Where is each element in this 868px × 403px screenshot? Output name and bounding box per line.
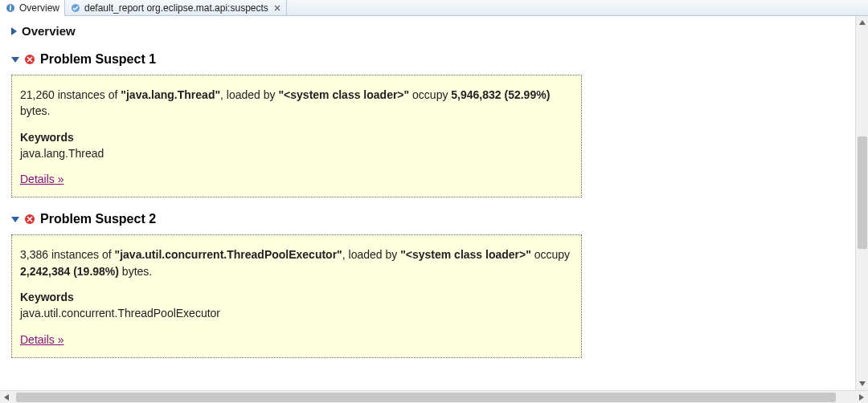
- suspect-1-keywords-label: Keywords: [20, 129, 573, 145]
- overview-section-header[interactable]: Overview: [11, 24, 849, 38]
- suspect-1-title: Problem Suspect 1: [40, 52, 156, 67]
- suspect-1-mid: , loaded by: [220, 88, 278, 101]
- suspect-2-loader: "<system class loader>": [400, 248, 531, 261]
- suspect-1-body: 21,260 instances of "java.lang.Thread", …: [20, 87, 573, 120]
- svg-rect-1: [10, 7, 11, 10]
- chevron-right-icon: [11, 27, 17, 35]
- suspect-1-suffix: bytes.: [20, 104, 50, 117]
- report-icon: [70, 2, 81, 14]
- horizontal-scroll-thumb[interactable]: [16, 393, 836, 402]
- suspect-2-class: "java.util.concurrent.ThreadPoolExecutor…: [115, 248, 342, 261]
- svg-rect-2: [10, 5, 11, 6]
- suspect-2-after: occupy: [531, 248, 570, 261]
- suspect-2-prefix: 3,386 instances of: [20, 248, 115, 261]
- suspect-2-details-link[interactable]: Details »: [20, 333, 63, 346]
- tab-report-label: default_report org.eclipse.mat.api:suspe…: [84, 2, 268, 14]
- suspect-1-header[interactable]: Problem Suspect 1: [11, 52, 849, 67]
- tab-bar: Overview default_report org.eclipse.mat.…: [0, 0, 868, 16]
- suspect-2-body: 3,386 instances of "java.util.concurrent…: [20, 246, 573, 279]
- chevron-down-icon: [11, 217, 19, 222]
- vertical-scrollbar[interactable]: [855, 16, 868, 390]
- suspect-1-details-link[interactable]: Details »: [20, 173, 63, 185]
- scroll-down-icon[interactable]: [856, 377, 868, 390]
- suspect-2-header[interactable]: Problem Suspect 2: [11, 212, 849, 226]
- info-icon: [5, 2, 16, 14]
- suspect-2-box: 3,386 instances of "java.util.concurrent…: [11, 234, 582, 357]
- suspect-2-title: Problem Suspect 2: [40, 212, 156, 226]
- tab-overview-label: Overview: [19, 2, 59, 14]
- horizontal-scrollbar[interactable]: [0, 390, 868, 403]
- suspect-1-class: "java.lang.Thread": [121, 88, 220, 101]
- scroll-right-icon[interactable]: [855, 391, 868, 403]
- tab-report[interactable]: default_report org.eclipse.mat.api:suspe…: [65, 0, 287, 15]
- suspect-1-after: occupy: [409, 88, 451, 101]
- error-icon: [24, 214, 35, 225]
- suspect-2-mid: , loaded by: [342, 248, 400, 261]
- suspect-2-keywords-value: java.util.concurrent.ThreadPoolExecutor: [20, 305, 573, 321]
- scroll-up-icon[interactable]: [856, 16, 868, 29]
- content-area: Overview Problem Suspect 1 21,260 instan…: [0, 16, 855, 390]
- suspect-2-bytes: 2,242,384 (19.98%): [20, 265, 119, 278]
- suspect-1-bytes: 5,946,832 (52.99%): [451, 88, 550, 101]
- suspect-1-prefix: 21,260 instances of: [20, 88, 121, 101]
- svg-point-3: [72, 4, 80, 12]
- overview-title: Overview: [22, 24, 76, 38]
- scroll-left-icon[interactable]: [0, 391, 13, 403]
- suspect-1-keywords-value: java.lang.Thread: [20, 145, 573, 161]
- vertical-scroll-thumb[interactable]: [858, 136, 867, 249]
- suspect-2-suffix: bytes.: [119, 265, 152, 278]
- suspect-1-loader: "<system class loader>": [278, 88, 409, 101]
- error-icon: [24, 54, 35, 65]
- chevron-down-icon: [11, 57, 19, 63]
- suspect-2-keywords-label: Keywords: [20, 289, 573, 305]
- close-icon[interactable]: [273, 4, 281, 12]
- tab-overview[interactable]: Overview: [0, 0, 65, 16]
- suspect-1-box: 21,260 instances of "java.lang.Thread", …: [11, 75, 582, 197]
